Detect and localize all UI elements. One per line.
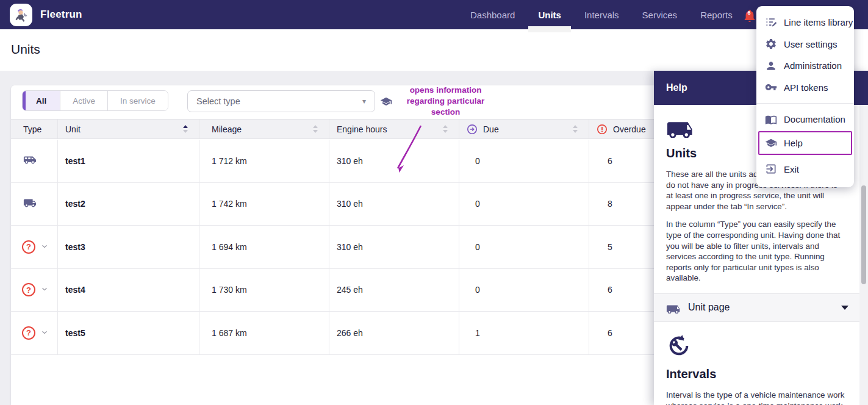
user-dropdown-menu: Line items library User settings Adminis…	[756, 6, 854, 187]
unknown-type-icon[interactable]: ?	[22, 326, 35, 340]
cell-unit[interactable]: test2	[58, 183, 199, 226]
help-panel-scrollbar-track[interactable]	[859, 105, 868, 405]
cell-type[interactable]: ?	[11, 312, 58, 354]
cell-mileage: 1 742 km	[199, 183, 329, 226]
title-bar: Units	[0, 29, 868, 71]
exit-icon	[765, 163, 777, 175]
cell-due: 0	[459, 140, 589, 182]
nav-item-label: Reports	[700, 10, 733, 20]
sort-icon[interactable]	[443, 125, 448, 133]
nav-item-dashboard[interactable]: Dashboard	[459, 0, 526, 29]
cell-unit[interactable]: test4	[58, 269, 199, 312]
menu-item-label: Documentation	[784, 114, 845, 124]
filter-tab-in-service[interactable]: In service	[108, 91, 168, 110]
help-intervals-paragraph: Interval is the type of a vehicle mainte…	[666, 390, 845, 405]
sort-ascending-icon[interactable]	[183, 125, 188, 133]
help-units-paragraph-2: In the column “Type” you can easily spec…	[666, 219, 845, 284]
person-icon	[765, 60, 777, 72]
graduation-cap-icon	[765, 137, 777, 149]
menu-item-exit[interactable]: Exit	[756, 159, 854, 181]
cell-engine-hours: 310 eh	[329, 140, 459, 182]
annotation-callout: opens information regarding particular s…	[395, 85, 496, 118]
column-label: Mileage	[212, 124, 242, 134]
nav-item-intervals[interactable]: Intervals	[573, 0, 631, 29]
help-intervals-heading: Intervals	[666, 367, 853, 381]
column-header-type[interactable]: Type	[11, 120, 58, 138]
sort-icon[interactable]	[313, 125, 318, 133]
column-label: Unit	[65, 124, 81, 134]
help-panel-title: Help	[666, 82, 687, 93]
cell-due: 1	[459, 312, 589, 354]
cell-unit[interactable]: test5	[58, 312, 199, 354]
menu-item-documentation[interactable]: Documentation	[756, 109, 854, 131]
unknown-type-icon[interactable]: ?	[22, 283, 35, 296]
type-select-dropdown[interactable]: Select type ▾	[187, 90, 375, 112]
column-header-mileage[interactable]: Mileage	[199, 120, 329, 138]
cell-type[interactable]: ?	[11, 226, 58, 268]
top-navigation-bar: Fleetrun Dashboard Units Intervals Servi…	[0, 0, 868, 29]
type-select-placeholder: Select type	[196, 96, 240, 106]
nav-item-label: Intervals	[584, 10, 619, 20]
column-header-engine-hours[interactable]: Engine hours	[329, 120, 459, 138]
column-label: Overdue	[613, 124, 646, 134]
truck-icon	[666, 302, 681, 314]
menu-divider	[756, 103, 854, 104]
menu-item-line-items-library[interactable]: Line items library	[756, 12, 854, 34]
nav-item-label: Services	[642, 10, 678, 20]
cell-engine-hours: 266 eh	[329, 312, 459, 354]
nav-item-services[interactable]: Services	[631, 0, 689, 29]
unit-page-collapsible[interactable]: Unit page	[654, 293, 859, 322]
cell-due: 0	[459, 226, 589, 268]
column-header-unit[interactable]: Unit	[58, 120, 199, 138]
menu-item-label: Administration	[784, 60, 842, 71]
cell-engine-hours: 310 eh	[329, 183, 459, 226]
menu-item-api-tokens[interactable]: API tokens	[756, 77, 854, 99]
cell-mileage: 1 730 km	[199, 269, 329, 312]
filter-tab-active[interactable]: Active	[60, 91, 108, 110]
menu-item-label: Line items library	[784, 17, 853, 27]
cell-engine-hours: 245 eh	[329, 269, 459, 312]
active-tab-underline	[528, 26, 571, 32]
menu-item-administration[interactable]: Administration	[756, 55, 854, 77]
notifications-bell-icon[interactable]: 6	[743, 7, 758, 23]
page-title: Units	[11, 42, 40, 57]
fleetrun-logo[interactable]	[10, 4, 32, 26]
menu-item-label: Help	[784, 138, 803, 148]
menu-item-label: Exit	[784, 164, 799, 174]
chevron-down-icon[interactable]	[35, 328, 48, 338]
column-label: Type	[23, 124, 41, 134]
due-icon	[467, 124, 478, 135]
cell-engine-hours: 310 eh	[329, 226, 459, 268]
cell-type[interactable]: ?	[11, 269, 58, 312]
cell-due: 0	[459, 269, 589, 312]
column-header-due[interactable]: Due	[459, 120, 589, 138]
intervals-icon	[666, 333, 692, 359]
nav-item-reports[interactable]: Reports	[689, 0, 744, 29]
brand-name: Fleetrun	[40, 0, 82, 29]
unknown-type-icon[interactable]: ?	[22, 240, 35, 254]
annotation-line-2: regarding particular	[395, 96, 496, 107]
nav-item-units[interactable]: Units	[526, 0, 573, 29]
cell-type[interactable]	[11, 183, 58, 226]
cell-unit[interactable]: test1	[58, 140, 199, 182]
help-graduation-cap-icon[interactable]	[379, 95, 393, 107]
annotation-line-1: opens information	[395, 85, 496, 96]
book-icon	[765, 113, 777, 126]
filter-tab-all[interactable]: All	[23, 91, 60, 110]
nav: Dashboard Units Intervals Services Repor…	[459, 0, 744, 29]
chevron-down-icon[interactable]	[35, 285, 48, 295]
chevron-down-icon: ▾	[362, 97, 366, 106]
cell-type[interactable]	[11, 140, 58, 182]
column-label: Due	[483, 124, 499, 134]
menu-item-user-settings[interactable]: User settings	[756, 34, 854, 56]
van-icon	[22, 153, 38, 168]
unit-page-label: Unit page	[688, 302, 730, 313]
chevron-down-icon[interactable]	[35, 242, 48, 252]
key-icon	[765, 81, 777, 93]
notification-count-badge: 6	[743, 10, 755, 16]
help-panel-scrollbar-thumb[interactable]	[861, 185, 866, 284]
menu-item-help[interactable]: Help	[758, 131, 852, 155]
cell-unit[interactable]: test3	[58, 226, 199, 268]
nav-item-label: Dashboard	[470, 10, 515, 20]
sort-icon[interactable]	[573, 125, 578, 133]
